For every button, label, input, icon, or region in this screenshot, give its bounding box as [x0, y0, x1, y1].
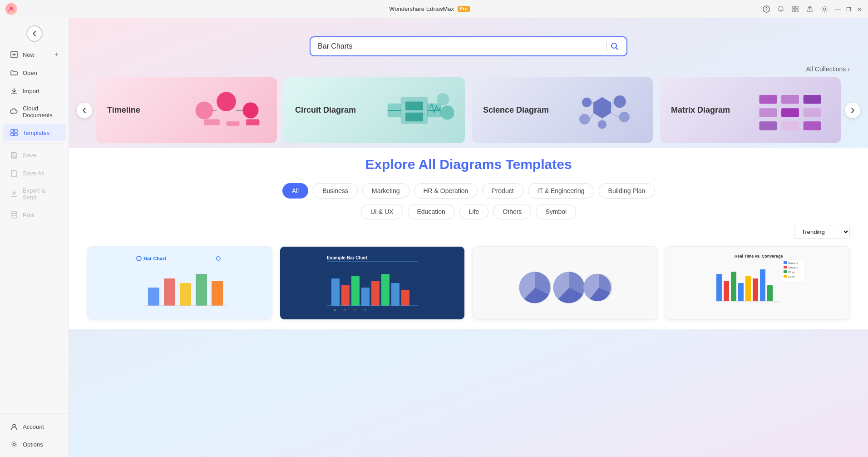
filter-hr[interactable]: HR & Operation	[414, 183, 478, 199]
svg-rect-12	[15, 133, 17, 136]
svg-rect-102	[753, 278, 758, 301]
filter-it[interactable]: IT & Engineering	[528, 183, 594, 199]
svg-text:Wrap: Wrap	[788, 271, 795, 273]
import-icon	[10, 87, 18, 95]
search-area	[69, 18, 868, 65]
svg-rect-95	[784, 275, 787, 278]
carousel-card-circuit[interactable]: Circuit Diagram	[284, 77, 465, 143]
svg-line-44	[611, 113, 619, 117]
search-button[interactable]	[610, 42, 619, 51]
notification-icon[interactable]	[777, 5, 784, 13]
all-collections-link[interactable]: All Collections ›	[806, 65, 850, 73]
svg-point-41	[579, 114, 590, 124]
svg-point-21	[217, 92, 236, 111]
export-icon	[10, 190, 18, 198]
template-grid: Bar Chart	[87, 246, 850, 320]
content-area: All Collections › Timeline	[69, 18, 868, 457]
svg-rect-50	[804, 94, 821, 103]
svg-rect-93	[784, 270, 787, 273]
carousel-card-title-timeline: Timeline	[107, 105, 140, 115]
svg-point-36	[440, 105, 454, 119]
filter-row-2: UI & UX Education Life Others Symbol	[87, 204, 850, 219]
svg-point-42	[582, 97, 592, 107]
carousel-card-visual-circuit	[375, 85, 454, 135]
explore-highlight: All Diagrams Templates	[419, 157, 572, 172]
svg-rect-64	[212, 281, 223, 306]
collections-arrow: ›	[848, 65, 850, 73]
window-controls: — ❐ ✕	[835, 6, 863, 12]
carousel-card-title-circuit: Circuit Diagram	[295, 105, 356, 115]
sidebar-print-label: Print	[23, 212, 35, 219]
sidebar-item-saveas: Save As	[3, 164, 66, 182]
carousel-card-science[interactable]: Science Diagram	[472, 77, 653, 143]
sidebar-cloud-label: Cloud Documents	[23, 105, 59, 119]
settings-icon[interactable]	[821, 5, 828, 13]
svg-point-38	[614, 95, 626, 107]
svg-rect-52	[781, 108, 799, 117]
tools-icon[interactable]	[792, 5, 799, 13]
template-card-3[interactable]	[472, 246, 657, 320]
sidebar-item-export: Export & Send	[3, 183, 66, 205]
close-button[interactable]: ✕	[857, 6, 863, 12]
maximize-button[interactable]: ❐	[846, 6, 852, 12]
sort-select[interactable]: Trending Newest Most Popular	[794, 225, 850, 239]
sidebar-item-options[interactable]: Options	[3, 436, 66, 453]
template-card-1[interactable]: Bar Chart	[87, 246, 272, 320]
svg-rect-55	[781, 121, 799, 130]
sidebar-item-import[interactable]: Import	[3, 82, 66, 99]
minimize-button[interactable]: —	[835, 6, 841, 12]
sidebar-item-open[interactable]: Open	[3, 64, 66, 81]
filter-business[interactable]: Business	[313, 183, 358, 199]
search-input[interactable]	[318, 42, 602, 50]
svg-marker-37	[593, 97, 611, 118]
template-card-2[interactable]: Example Bar Chart	[280, 246, 465, 320]
svg-rect-49	[781, 94, 799, 103]
sidebar-import-label: Import	[23, 88, 39, 94]
svg-rect-15	[12, 215, 16, 218]
help-icon[interactable]: ?	[763, 5, 770, 13]
filter-education[interactable]: Education	[408, 204, 455, 219]
filter-life[interactable]: Life	[459, 204, 489, 219]
sidebar-item-templates[interactable]: Templates	[3, 124, 66, 141]
svg-rect-91	[784, 266, 787, 268]
sidebar-export-label: Export & Send	[23, 187, 59, 201]
carousel-card-timeline[interactable]: Timeline	[96, 77, 277, 143]
filter-product[interactable]: Product	[482, 183, 523, 199]
svg-rect-98	[724, 281, 729, 301]
template-card-4[interactable]: Real Time vs. Converage Group 1 Group 2 …	[665, 246, 850, 320]
svg-text:?: ?	[765, 7, 768, 12]
svg-line-43	[611, 101, 614, 108]
carousel-card-matrix[interactable]: Matrix Diagram	[660, 77, 841, 143]
carousel-prev-button[interactable]	[76, 102, 93, 119]
svg-text:B: B	[344, 308, 346, 312]
svg-point-66	[215, 255, 222, 262]
filter-ui[interactable]: UI & UX	[361, 204, 403, 219]
saveas-icon	[10, 169, 18, 177]
svg-rect-13	[13, 156, 15, 158]
sidebar-item-cloud[interactable]: Cloud Documents	[3, 100, 66, 123]
carousel-card-title-science: Science Diagram	[483, 105, 549, 115]
svg-rect-9	[11, 129, 14, 132]
filter-all[interactable]: All	[282, 183, 309, 199]
carousel-next-button[interactable]	[844, 102, 861, 119]
svg-rect-23	[204, 119, 220, 125]
sidebar-item-account[interactable]: Account	[3, 418, 66, 435]
svg-rect-77	[391, 283, 399, 306]
filter-marketing[interactable]: Marketing	[362, 183, 409, 199]
explore-section: Explore All Diagrams Templates All Busin…	[69, 148, 868, 329]
svg-rect-31	[405, 101, 423, 110]
back-button[interactable]	[26, 25, 43, 42]
svg-rect-10	[15, 129, 17, 132]
sidebar-item-new[interactable]: New +	[3, 46, 66, 63]
options-icon	[10, 440, 18, 448]
filter-others[interactable]: Others	[493, 204, 531, 219]
filter-symbol[interactable]: Symbol	[536, 204, 576, 219]
svg-rect-74	[361, 288, 370, 306]
svg-rect-104	[767, 285, 773, 301]
filter-building[interactable]: Building Plan	[599, 183, 655, 199]
sidebar-item-print: Print	[3, 206, 66, 224]
user-avatar[interactable]	[5, 3, 17, 15]
collections-row: All Collections ›	[69, 65, 868, 77]
new-icon	[10, 50, 18, 59]
share-icon[interactable]	[806, 5, 814, 13]
